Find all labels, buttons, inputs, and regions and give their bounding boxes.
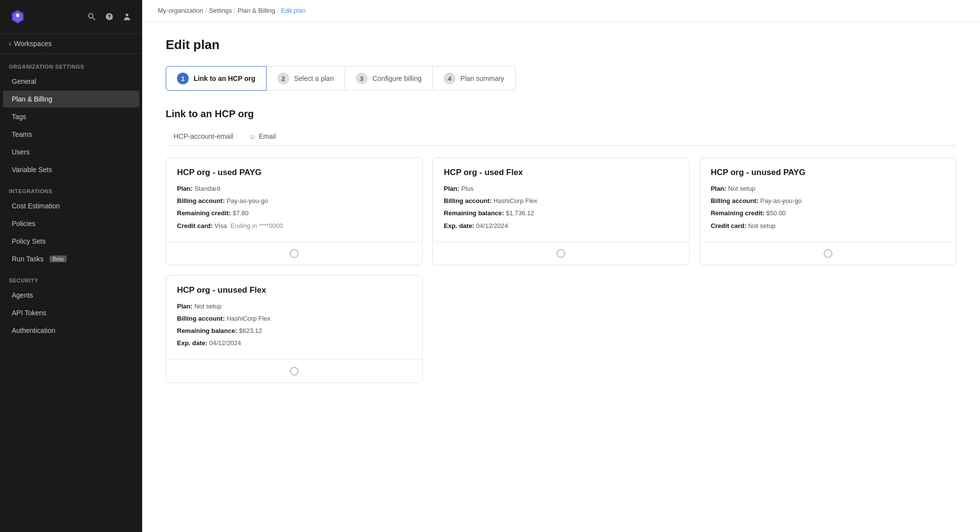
card-3-title: HCP org - unused PAYG (711, 168, 945, 177)
card-3-remaining-label: Remaining credit: (711, 209, 765, 217)
sidebar-item-agents[interactable]: Agents (3, 287, 139, 304)
sidebar-item-api-tokens-label: API Tokens (12, 309, 47, 317)
sidebar-item-general[interactable]: General (3, 73, 139, 90)
step-4[interactable]: 4 Plan summary (433, 66, 515, 91)
card-4-body: HCP org - unused Flex Plan: Not setup Bi… (166, 276, 422, 359)
card-1-title: HCP org - used PAYG (177, 168, 411, 177)
card-4-remaining: Remaining balance: $623.12 (177, 327, 411, 335)
card-4-extra-value: 04/12/2024 (209, 339, 241, 347)
breadcrumb-org[interactable]: My-organization (158, 7, 203, 14)
section-title: Link to an HCP org (166, 108, 956, 120)
user-button[interactable] (121, 10, 133, 23)
hcp-card-4[interactable]: HCP org - unused Flex Plan: Not setup Bi… (166, 275, 423, 383)
step-4-number: 4 (444, 73, 455, 84)
sidebar-item-tags-label: Tags (12, 113, 26, 121)
card-2-billing-value: HashiCorp Flex (493, 197, 537, 204)
hcp-card-1[interactable]: HCP org - used PAYG Plan: Standard Billi… (166, 157, 423, 265)
sidebar-item-run-tasks[interactable]: Run Tasks Beta (3, 251, 139, 267)
content-area: Edit plan 1 Link to an HCP org 2 Select … (142, 22, 980, 532)
breadcrumb-plan-billing[interactable]: Plan & Billing (238, 7, 276, 14)
card-2-billing-label: Billing account: (444, 197, 492, 204)
steps-container: 1 Link to an HCP org 2 Select a plan 3 C… (166, 66, 956, 91)
card-2-footer (433, 242, 689, 265)
card-2-remaining: Remaining balance: $1,736.12 (444, 209, 678, 218)
sidebar-item-authentication[interactable]: Authentication (3, 322, 139, 339)
sidebar-item-users-label: Users (12, 148, 30, 156)
top-icons (85, 10, 133, 23)
sidebar-item-agents-label: Agents (12, 291, 33, 299)
sidebar: ‹ Workspaces Organization Settings Gener… (0, 0, 142, 532)
sidebar-item-policies[interactable]: Policies (3, 215, 139, 232)
card-2-body: HCP org - used Flex Plan: Plus Billing a… (433, 158, 689, 242)
card-1-plan-value: Standard (194, 185, 220, 192)
step-1[interactable]: 1 Link to an HCP org (166, 66, 267, 91)
card-1-extra: Credit card: Visa Ending in ****0000 (177, 222, 411, 230)
card-1-billing-label: Billing account: (177, 197, 225, 204)
logo-icon (9, 8, 26, 25)
card-4-plan-label: Plan: (177, 303, 193, 310)
workspaces-link[interactable]: ‹ Workspaces (0, 34, 142, 54)
card-2-plan-value: Plus (461, 185, 474, 192)
sidebar-item-run-tasks-label: Run Tasks (12, 255, 44, 263)
sidebar-item-policies-label: Policies (12, 220, 35, 228)
hcp-card-2[interactable]: HCP org - used Flex Plan: Plus Billing a… (432, 157, 689, 265)
sidebar-item-policy-sets-label: Policy Sets (12, 237, 46, 245)
card-3-plan-label: Plan: (711, 185, 727, 192)
hcp-card-3[interactable]: HCP org - unused PAYG Plan: Not setup Bi… (700, 157, 956, 265)
sidebar-item-variable-sets-label: Variable Sets (12, 166, 52, 174)
sidebar-item-plan-billing-label: Plan & Billing (12, 95, 52, 103)
workspaces-label: Workspaces (14, 40, 52, 48)
card-1-remaining: Remaining credit: $7.80 (177, 209, 411, 218)
sidebar-item-cost-estimation[interactable]: Cost Estimation (3, 198, 139, 214)
sidebar-item-api-tokens[interactable]: API Tokens (3, 304, 139, 321)
card-1-billing: Billing account: Pay-as-you-go (177, 197, 411, 205)
card-4-billing-value: HashiCorp Flex (226, 315, 271, 322)
step-1-label: Link to an HCP org (194, 75, 255, 82)
card-1-extra-detail: Ending in ****0000 (230, 222, 283, 229)
sidebar-item-policy-sets[interactable]: Policy Sets (3, 233, 139, 250)
tab-hcp-account[interactable]: HCP-account-email (166, 128, 241, 145)
tab-email[interactable]: ☺ Email (241, 128, 283, 145)
card-1-radio[interactable] (290, 249, 299, 258)
card-3-remaining-value: $50.00 (766, 209, 786, 217)
sidebar-item-users[interactable]: Users (3, 144, 139, 160)
step-3-number: 3 (356, 73, 368, 84)
card-2-plan-label: Plan: (444, 185, 459, 192)
step-3[interactable]: 3 Configure billing (345, 66, 433, 91)
step-2[interactable]: 2 Select a plan (267, 66, 345, 91)
card-1-plan-label: Plan: (177, 185, 193, 192)
card-3-extra-value: Not setup (748, 222, 776, 229)
breadcrumb-settings[interactable]: Settings (209, 7, 232, 14)
card-3-radio[interactable] (824, 249, 832, 258)
help-button[interactable] (103, 10, 116, 23)
integrations-section-label: Integrations (0, 178, 142, 197)
card-4-extra-label: Exp. date: (177, 339, 207, 347)
main-content: My-organization / Settings / Plan & Bill… (142, 0, 980, 532)
step-2-label: Select a plan (294, 75, 334, 82)
card-4-plan: Plan: Not setup (177, 302, 411, 311)
sidebar-item-teams[interactable]: Teams (3, 126, 139, 143)
card-4-billing-label: Billing account: (177, 315, 225, 322)
card-4-extra: Exp. date: 04/12/2024 (177, 339, 411, 348)
card-2-radio[interactable] (556, 249, 565, 258)
sidebar-item-authentication-label: Authentication (12, 327, 55, 334)
card-4-radio[interactable] (290, 367, 299, 376)
card-2-plan: Plan: Plus (444, 184, 678, 193)
search-button[interactable] (85, 10, 98, 23)
sidebar-item-tags[interactable]: Tags (3, 108, 139, 125)
sidebar-item-variable-sets[interactable]: Variable Sets (3, 161, 139, 178)
sidebar-item-cost-estimation-label: Cost Estimation (12, 202, 60, 210)
card-3-billing-value: Pay-as-you-go (760, 197, 802, 204)
page-title: Edit plan (166, 37, 956, 52)
card-3-extra: Credit card: Not setup (711, 222, 945, 230)
tab-email-label: Email (259, 132, 276, 140)
card-1-extra-label: Credit card: (177, 222, 213, 229)
card-3-extra-label: Credit card: (711, 222, 747, 229)
sidebar-item-plan-billing[interactable]: Plan & Billing (3, 91, 139, 107)
card-2-remaining-value: $1,736.12 (506, 209, 534, 217)
card-1-body: HCP org - used PAYG Plan: Standard Billi… (166, 158, 422, 242)
card-4-remaining-value: $623.12 (239, 327, 262, 334)
card-2-title: HCP org - used Flex (444, 168, 678, 177)
org-settings-section-label: Organization Settings (0, 54, 142, 73)
card-3-footer (700, 242, 956, 265)
